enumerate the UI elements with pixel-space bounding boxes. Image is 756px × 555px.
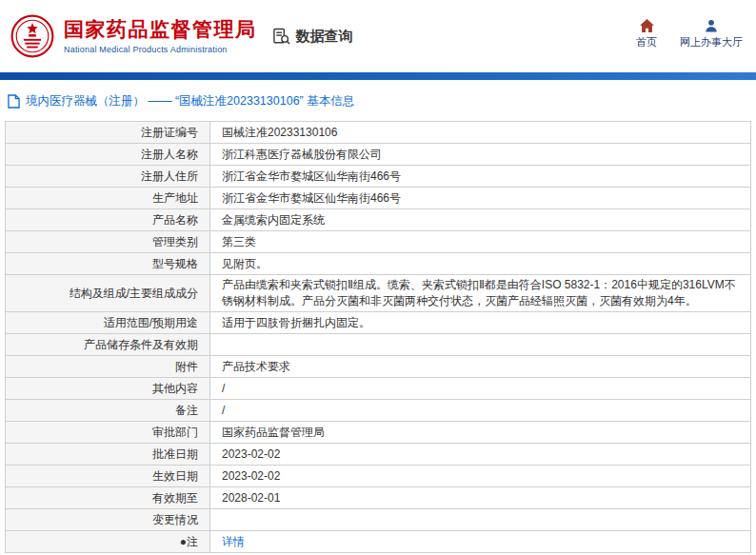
table-row: 注册证编号国械注准20233130106 <box>6 122 751 144</box>
row-value: 见附页。 <box>210 253 751 275</box>
table-row: 注册人住所浙江省金华市婺城区仙华南街466号 <box>6 166 751 188</box>
registration-info-table: 注册证编号国械注准20233130106注册人名称浙江科惠医疗器械股份有限公司注… <box>5 121 751 553</box>
row-value: 国械注准20233130106 <box>210 122 751 144</box>
breadcrumb-text: 境内医疗器械（注册） —— “国械注准20233130106” 基本信息 <box>26 93 354 109</box>
nav-service-hall-label: 网上办事大厅 <box>680 35 743 50</box>
home-icon <box>640 19 654 32</box>
row-value: 金属缆索内固定系统 <box>210 209 751 231</box>
registration-info-table-body: 注册证编号国械注准20233130106注册人名称浙江科惠医疗器械股份有限公司注… <box>6 122 751 553</box>
data-query-title: 数据查询 <box>272 28 353 46</box>
page: 国家药品监督管理局 National Medical Products Admi… <box>0 0 756 553</box>
row-value: 浙江省金华市婺城区仙华南街466号 <box>210 166 751 188</box>
row-label: 型号规格 <box>6 253 210 275</box>
table-row: 管理类别第三类 <box>6 231 751 253</box>
row-label: 其他内容 <box>6 378 210 400</box>
site-header: 国家药品监督管理局 National Medical Products Admi… <box>0 0 756 72</box>
row-label: 附件 <box>6 356 210 378</box>
table-row: 注册人名称浙江科惠医疗器械股份有限公司 <box>6 144 751 166</box>
data-query-icon <box>272 28 290 46</box>
table-row: 变更情况 <box>6 509 751 531</box>
brand-text: 国家药品监督管理局 National Medical Products Admi… <box>64 18 257 53</box>
table-row: 附件产品技术要求 <box>6 356 751 378</box>
row-label: 产品储存条件及有效期 <box>6 334 210 356</box>
header-divider-bar <box>0 72 756 80</box>
row-label: ●注 <box>6 531 210 553</box>
row-label: 生效日期 <box>6 466 210 487</box>
nav-home[interactable]: 首页 <box>636 19 657 50</box>
row-label: 审批部门 <box>6 422 210 444</box>
main-content: 境内医疗器械（注册） —— “国械注准20233130106” 基本信息 注册证… <box>0 80 756 553</box>
row-value: 国家药品监督管理局 <box>210 422 751 444</box>
table-row: 有效期至2028-02-01 <box>6 487 751 509</box>
national-emblem-logo <box>10 13 55 59</box>
row-label: 生产地址 <box>6 188 210 209</box>
row-value: 产品技术要求 <box>210 356 751 378</box>
table-row: 备注/ <box>6 400 751 422</box>
row-value: 浙江省金华市婺城区仙华南街466号 <box>210 188 751 209</box>
person-icon <box>705 19 718 32</box>
nav-service-hall[interactable]: 网上办事大厅 <box>680 19 743 50</box>
nav-home-label: 首页 <box>636 35 657 50</box>
row-label: 适用范围/预期用途 <box>6 312 210 334</box>
row-label: 批准日期 <box>6 444 210 466</box>
top-nav: 首页 网上办事大厅 <box>636 19 743 53</box>
row-label: 备注 <box>6 400 210 422</box>
row-value: 2028-02-01 <box>210 487 751 509</box>
row-label: 产品名称 <box>6 209 210 231</box>
brand[interactable]: 国家药品监督管理局 National Medical Products Admi… <box>10 13 257 59</box>
agency-title: 国家药品监督管理局 <box>64 18 257 41</box>
row-value: 详情 <box>210 531 751 553</box>
table-row: 型号规格见附页。 <box>6 253 751 275</box>
table-row: ●注详情 <box>6 531 751 553</box>
row-value: 适用于四肢骨折捆扎内固定。 <box>210 312 751 334</box>
detail-link[interactable]: 详情 <box>222 535 245 548</box>
row-label: 结构及组成/主要组成成分 <box>6 275 210 312</box>
table-row: 结构及组成/主要组成成分产品由缆索和夹索式锁扣Ⅱ组成。缆索、夹索式锁扣Ⅱ都是由符… <box>6 275 751 312</box>
table-row: 生产地址浙江省金华市婺城区仙华南街466号 <box>6 188 751 209</box>
row-value: 2023-02-02 <box>210 444 751 466</box>
table-row: 其他内容/ <box>6 378 751 400</box>
row-label: 注册人名称 <box>6 144 210 166</box>
row-value: / <box>210 400 751 422</box>
row-value: 2023-02-02 <box>210 466 751 487</box>
table-row: 批准日期2023-02-02 <box>6 444 751 466</box>
document-icon <box>8 94 20 109</box>
row-value <box>210 334 751 356</box>
row-value <box>210 509 751 531</box>
data-query-label: 数据查询 <box>296 28 353 46</box>
table-row: 审批部门国家药品监督管理局 <box>6 422 751 444</box>
table-row: 生效日期2023-02-02 <box>6 466 751 487</box>
row-label: 有效期至 <box>6 487 210 509</box>
row-label: 管理类别 <box>6 231 210 253</box>
row-value: / <box>210 378 751 400</box>
row-value: 浙江科惠医疗器械股份有限公司 <box>210 144 751 166</box>
row-label: 变更情况 <box>6 509 210 531</box>
row-value: 第三类 <box>210 231 751 253</box>
row-label: 注册证编号 <box>6 122 210 144</box>
breadcrumb: 境内医疗器械（注册） —— “国械注准20233130106” 基本信息 <box>5 88 751 121</box>
row-value: 产品由缆索和夹索式锁扣Ⅱ组成。缆索、夹索式锁扣Ⅱ都是由符合ISO 5832-1：… <box>210 275 751 312</box>
agency-subtitle: National Medical Products Administration <box>64 45 257 54</box>
table-row: 产品储存条件及有效期 <box>6 334 751 356</box>
table-row: 产品名称金属缆索内固定系统 <box>6 209 751 231</box>
row-label: 注册人住所 <box>6 166 210 188</box>
table-row: 适用范围/预期用途适用于四肢骨折捆扎内固定。 <box>6 312 751 334</box>
